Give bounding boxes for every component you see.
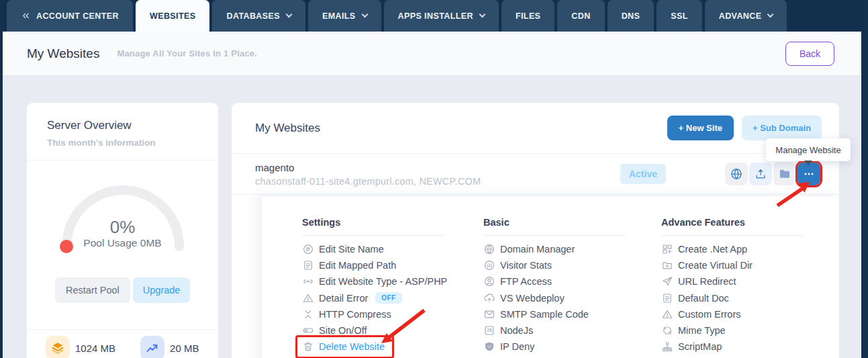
- globe-action-button[interactable]: [725, 163, 748, 185]
- menu-item-label: VS Webdeploy: [500, 293, 565, 304]
- menu-item-label: IP Deny: [500, 341, 534, 352]
- menu-item-edit-mapped-path[interactable]: Edit Mapped Path: [302, 257, 396, 273]
- page-header: My Websites Manage All Your Sites In 1 P…: [3, 32, 861, 76]
- warning-icon: [661, 308, 673, 320]
- menu-item-domain-manager[interactable]: Domain Manager: [483, 241, 575, 257]
- pool-buttons: Restart Pool Upgrade: [55, 277, 190, 303]
- menu-item-label: Domain Manager: [500, 244, 575, 255]
- divider: [27, 329, 218, 330]
- menu-item-label: Create .Net App: [678, 244, 747, 255]
- restart-pool-button[interactable]: Restart Pool: [55, 277, 130, 303]
- trash-icon: [302, 341, 314, 353]
- menu-item-label: Delete Website: [319, 341, 385, 352]
- publish-action-button[interactable]: [749, 163, 772, 185]
- file-text-icon: [661, 292, 673, 304]
- divider: [483, 235, 626, 236]
- menu-item-ftp-access[interactable]: FTP Access: [483, 273, 552, 289]
- server-overview-card: Server Overview This month's information…: [27, 103, 218, 358]
- tab-dns[interactable]: DNS: [608, 0, 655, 32]
- menu-item-label: Site On/Off: [319, 325, 367, 336]
- manage-website-tooltip: Manage Website: [766, 138, 851, 161]
- menu-item-label: Edit Site Name: [319, 244, 384, 255]
- menu-item-edit-website-type-asp-php[interactable]: Edit Website Type - ASP/PHP: [302, 273, 447, 289]
- menu-item-vs-webdeploy[interactable]: VS Webdeploy: [483, 290, 565, 306]
- tab-files[interactable]: FILES: [501, 0, 554, 32]
- menu-item-label: Custom Errors: [678, 309, 740, 320]
- menu-item-label: Visitor Stats: [500, 260, 552, 271]
- tab-label: CDN: [571, 11, 590, 21]
- menu-item-custom-errors[interactable]: Custom Errors: [661, 306, 740, 322]
- svg-text:JS: JS: [487, 328, 492, 333]
- tab-label: DNS: [622, 11, 640, 21]
- metric-20-mb: 20 MB: [140, 336, 199, 358]
- list-circle-icon: [302, 243, 314, 255]
- menu-item-http-compress[interactable]: HTTP Compress: [302, 306, 391, 322]
- menu-item-edit-site-name[interactable]: Edit Site Name: [302, 241, 384, 257]
- menu-item-smtp-sample-code[interactable]: SMTP Sample Code: [483, 306, 589, 322]
- compress-icon: [302, 308, 314, 320]
- tab-label: FILES: [516, 11, 540, 21]
- server-overview-subtitle: This month's information: [47, 138, 198, 148]
- back-button[interactable]: Back: [785, 42, 834, 66]
- menu-column-settings: SettingsEdit Site NameEdit Mapped PathEd…: [302, 197, 448, 355]
- menu-column-advance-features: Advance FeaturesCreate .Net AppCreate Vi…: [661, 197, 808, 355]
- my-websites-card: My Websites + New Site + Sub Domain mage…: [232, 103, 839, 358]
- menu-item-site-on-off[interactable]: Site On/Off: [302, 322, 367, 339]
- ellipsis-action-button[interactable]: [798, 163, 820, 185]
- upgrade-button[interactable]: Upgrade: [133, 277, 191, 303]
- my-websites-header: My Websites + New Site + Sub Domain: [232, 103, 839, 153]
- menu-item-nodejs[interactable]: JSNodeJs: [483, 322, 533, 339]
- mime-icon: [661, 324, 673, 337]
- chevron-down-icon: [286, 11, 293, 18]
- menu-item-scriptmap[interactable]: ScriptMap: [661, 339, 722, 355]
- menu-item-label: URL Redirect: [678, 276, 736, 287]
- menu-item-label: ScriptMap: [678, 341, 722, 352]
- tab-apps-installer[interactable]: APPS INSTALLER: [384, 0, 499, 32]
- server-overview-header: Server Overview This month's information: [27, 103, 218, 161]
- menu-column-basic: BasicDomain ManagerVisitor StatsFTP Acce…: [483, 197, 630, 358]
- menu-item-delete-website[interactable]: Delete Website: [302, 339, 385, 355]
- tab-account-center[interactable]: ACCOUNT CENTER: [7, 0, 133, 32]
- menu-item-cut-off[interactable]: [483, 355, 500, 358]
- menu-item-visitor-stats[interactable]: Visitor Stats: [483, 257, 552, 273]
- sub-domain-button[interactable]: + Sub Domain: [742, 116, 822, 140]
- tab-ssl[interactable]: SSL: [657, 0, 702, 32]
- chevron-down-icon: [361, 11, 368, 18]
- menu-item-mime-type[interactable]: Mime Type: [661, 322, 726, 339]
- menu-item-label: Create Virtual Dir: [678, 260, 753, 271]
- tab-websites[interactable]: WEBSITES: [136, 0, 209, 32]
- menu-item-default-doc[interactable]: Default Doc: [661, 290, 729, 306]
- menu-item-create-virtual-dir[interactable]: Create Virtual Dir: [661, 257, 753, 273]
- chevron-down-icon: [479, 11, 485, 18]
- tab-cdn[interactable]: CDN: [557, 0, 604, 32]
- folder-action-button[interactable]: [773, 163, 796, 185]
- site-action-buttons: [724, 163, 820, 185]
- website-row: magento chasonstaff-011-site4.gtempurl.c…: [232, 153, 839, 195]
- stats-circle-icon: [483, 259, 495, 271]
- menu-item-label: NodeJs: [500, 325, 533, 336]
- nav-tabs: ACCOUNT CENTERWEBSITESDATABASESEMAILSAPP…: [7, 0, 789, 32]
- menu-item-url-redirect[interactable]: URL Redirect: [661, 273, 736, 289]
- tab-emails[interactable]: EMAILS: [308, 0, 381, 32]
- chevron-down-icon: [767, 11, 774, 18]
- globe-icon: [730, 167, 743, 181]
- my-websites-title: My Websites: [255, 122, 320, 135]
- warning-icon: [302, 292, 314, 304]
- new-site-button[interactable]: + New Site: [667, 116, 734, 140]
- ellipsis-icon: [802, 167, 816, 181]
- shield-icon: [483, 341, 495, 353]
- tab-advance[interactable]: ADVANCE: [705, 0, 787, 32]
- layers-icon: [46, 336, 70, 358]
- menu-item-detail-error[interactable]: Detail ErrorOFF: [302, 290, 402, 306]
- tab-label: APPS INSTALLER: [398, 11, 473, 21]
- menu-item-label: Mime Type: [678, 325, 726, 336]
- menu-item-ip-deny[interactable]: IP Deny: [483, 339, 534, 355]
- tab-databases[interactable]: DATABASES: [212, 0, 305, 32]
- menu-item-label: Default Doc: [678, 293, 729, 304]
- user-circle-icon: [483, 275, 495, 287]
- menu-item-label: FTP Access: [500, 276, 552, 287]
- tab-label: ADVANCE: [719, 11, 762, 21]
- tab-label: EMAILS: [322, 11, 356, 21]
- globe-icon: [483, 243, 495, 255]
- menu-item-create-net-app[interactable]: Create .Net App: [661, 241, 747, 257]
